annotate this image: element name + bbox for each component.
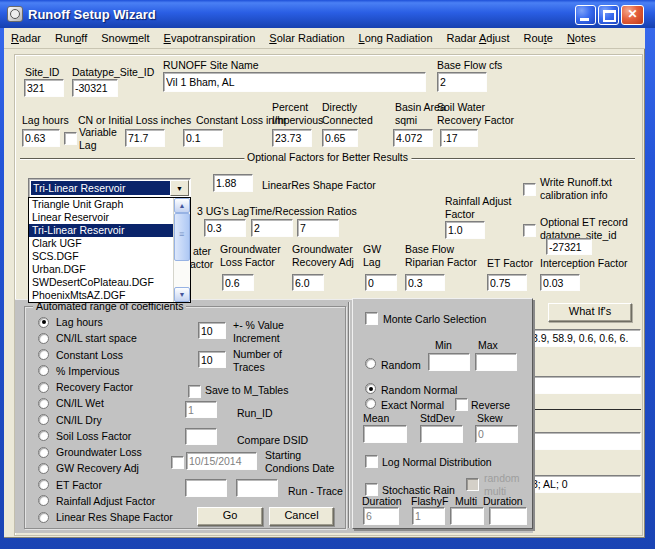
base-flow-cfs-field[interactable] bbox=[437, 72, 487, 92]
coef-option-label: Lag hours bbox=[56, 316, 103, 328]
et-record-id-field[interactable] bbox=[546, 238, 592, 255]
number-of-traces-field[interactable] bbox=[198, 351, 226, 368]
combo-list-item[interactable]: PhoenixMtsAZ.DGF bbox=[29, 289, 173, 302]
value-increment-field[interactable] bbox=[198, 322, 226, 339]
rainfall-adjust-field[interactable] bbox=[445, 221, 485, 239]
random-radio[interactable] bbox=[365, 358, 376, 369]
ug-ratio-2-field[interactable] bbox=[251, 219, 293, 237]
radio-icon bbox=[38, 414, 49, 425]
run-trace-field-1[interactable] bbox=[185, 479, 227, 497]
run-id-field[interactable] bbox=[185, 401, 217, 418]
directly-connected-field[interactable] bbox=[322, 129, 358, 147]
what-ifs-button[interactable]: What If's bbox=[548, 303, 632, 322]
coef-option-label: CN/IL Dry bbox=[56, 414, 102, 426]
optional-factors-divider-label: Optional Factors for Better Results bbox=[244, 151, 411, 163]
random-normal-radio[interactable] bbox=[365, 383, 376, 394]
starting-date-field[interactable] bbox=[186, 452, 257, 470]
log-normal-checkbox[interactable] bbox=[365, 455, 378, 468]
menu-evapotranspiration[interactable]: Evapotranspiration bbox=[164, 32, 256, 44]
radio-icon bbox=[38, 333, 49, 344]
starting-date-label: Starting Condions Date bbox=[265, 449, 347, 474]
percent-impervious-field[interactable] bbox=[272, 129, 312, 147]
run-trace-field-2[interactable] bbox=[236, 479, 278, 497]
min-label: Min bbox=[435, 339, 452, 352]
mean-field[interactable] bbox=[363, 425, 407, 443]
menu-route[interactable]: Route bbox=[524, 32, 553, 44]
exact-normal-radio[interactable] bbox=[365, 398, 376, 409]
radio-icon bbox=[38, 365, 49, 376]
riparian-factor-field[interactable] bbox=[405, 274, 445, 291]
cn-field[interactable] bbox=[125, 129, 165, 147]
ug-ratio-1-field[interactable] bbox=[204, 219, 246, 237]
random-multi-checkbox[interactable] bbox=[466, 478, 479, 491]
soil-water-recovery-field[interactable] bbox=[440, 129, 478, 147]
ug-ratio-3-field[interactable] bbox=[297, 219, 339, 237]
skew-field[interactable] bbox=[475, 425, 518, 443]
radio-icon bbox=[38, 317, 49, 328]
variable-lag-checkbox[interactable] bbox=[64, 132, 77, 145]
flashyf-field[interactable] bbox=[412, 507, 445, 525]
reverse-checkbox[interactable] bbox=[455, 398, 468, 411]
stddev-field[interactable] bbox=[420, 425, 463, 443]
groundwater-loss-field[interactable] bbox=[222, 274, 254, 291]
linear-res-shape-label: LinearRes Shape Factor bbox=[262, 179, 376, 192]
optional-et-checkbox[interactable] bbox=[523, 224, 536, 237]
menu-radar[interactable]: Radar bbox=[11, 32, 41, 44]
basin-area-field[interactable] bbox=[393, 129, 433, 147]
save-m-tables-checkbox[interactable] bbox=[188, 385, 201, 398]
et-factor-field[interactable] bbox=[487, 274, 527, 291]
menu-snowmelt[interactable]: Snowmelt bbox=[101, 32, 149, 44]
combo-list-item[interactable]: Tri-Linear Reservoir bbox=[29, 224, 173, 237]
menu-solar-radiation[interactable]: Solar Radiation bbox=[269, 32, 344, 44]
right-field-2[interactable] bbox=[529, 376, 641, 394]
menu-notes[interactable]: Notes bbox=[567, 32, 596, 44]
dropdown-scrollbar[interactable]: ▲ ▼ bbox=[173, 198, 190, 302]
occluded-label-fragment-2: actor bbox=[190, 258, 213, 271]
random-max-field[interactable] bbox=[475, 353, 517, 371]
soil-water-recovery-label: Soil Water Recovery Factor bbox=[437, 101, 529, 126]
lag-hours-field[interactable] bbox=[22, 129, 60, 147]
combo-dropdown-button[interactable]: ▼ bbox=[170, 180, 189, 196]
compare-dsid-field[interactable] bbox=[185, 428, 217, 445]
right-field-3[interactable] bbox=[529, 432, 641, 450]
scroll-down-icon[interactable]: ▼ bbox=[174, 287, 190, 302]
what-if-values-field[interactable] bbox=[529, 329, 641, 347]
gw-lag-field[interactable] bbox=[365, 274, 397, 291]
minimize-button[interactable] bbox=[575, 5, 596, 25]
base-flow-cfs-label: Base Flow cfs bbox=[437, 59, 502, 72]
duration2-field[interactable] bbox=[489, 507, 527, 525]
groundwater-recovery-field[interactable] bbox=[292, 274, 324, 291]
monte-carlo-checkbox[interactable] bbox=[365, 312, 378, 325]
scroll-thumb[interactable] bbox=[174, 213, 190, 261]
close-button[interactable]: ✕ bbox=[621, 5, 644, 25]
duration1-label: Duration bbox=[362, 495, 402, 508]
directly-connected-label: Directly Connected bbox=[322, 101, 384, 126]
datatype-site-id-field[interactable] bbox=[72, 79, 118, 97]
combo-list-item[interactable]: SWDesertCoPlateau.DGF bbox=[29, 276, 173, 289]
go-button[interactable]: Go bbox=[197, 507, 263, 526]
unit-graph-combo[interactable]: Tri-Linear Reservoir ▼ bbox=[28, 178, 191, 198]
write-runoff-checkbox[interactable] bbox=[523, 183, 536, 196]
combo-list-item[interactable]: Clark UGF bbox=[29, 237, 173, 250]
combo-list-item[interactable]: Triangle Unit Graph bbox=[29, 198, 173, 211]
menu-long-radiation[interactable]: Long Radiation bbox=[359, 32, 433, 44]
scroll-up-icon[interactable]: ▲ bbox=[174, 198, 190, 213]
interception-factor-field[interactable] bbox=[540, 274, 580, 291]
site-name-field[interactable] bbox=[163, 72, 426, 92]
combo-list-item[interactable]: Linear Reservoir bbox=[29, 211, 173, 224]
constant-loss-field[interactable] bbox=[183, 129, 223, 147]
starting-date-checkbox[interactable] bbox=[171, 456, 184, 469]
maximize-button[interactable] bbox=[598, 5, 619, 25]
combo-list-item[interactable]: SCS.DGF bbox=[29, 250, 173, 263]
groundwater-recovery-label: Groundwater Recovery Adj bbox=[292, 243, 367, 268]
site-id-field[interactable] bbox=[24, 79, 64, 97]
menu-radar-adjust[interactable]: Radar Adjust bbox=[447, 32, 510, 44]
multi-field[interactable] bbox=[450, 507, 484, 525]
menu-runoff[interactable]: Runoff bbox=[55, 32, 87, 44]
right-result-field[interactable] bbox=[529, 475, 641, 493]
cancel-button[interactable]: Cancel bbox=[269, 507, 334, 526]
random-min-field[interactable] bbox=[428, 353, 470, 371]
linear-res-shape-field[interactable] bbox=[213, 174, 253, 192]
combo-list-item[interactable]: Urban.DGF bbox=[29, 263, 173, 276]
duration1-field[interactable] bbox=[363, 507, 399, 525]
